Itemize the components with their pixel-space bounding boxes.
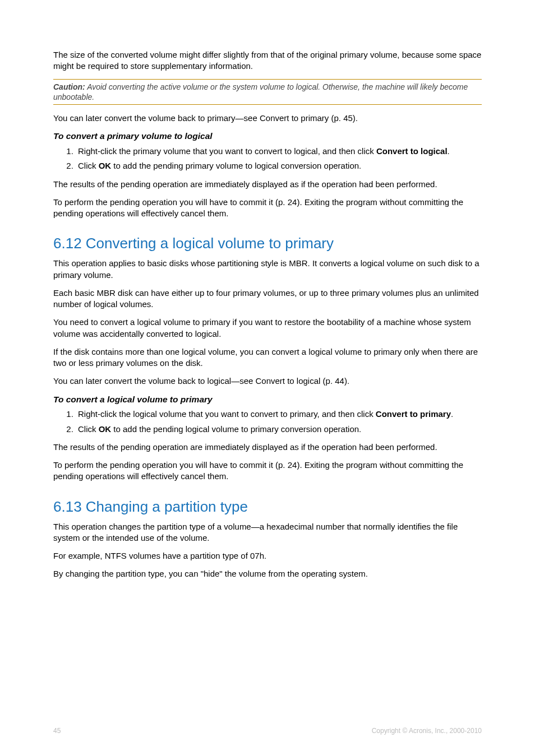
p-613-1: This operation changes the partition typ… <box>53 521 482 544</box>
steps-612: Right-click the logical volume that you … <box>53 409 482 435</box>
page-footer: 45 Copyright © Acronis, Inc., 2000-2010 <box>53 727 482 735</box>
p-612-5: You can later convert the volume back to… <box>53 375 482 387</box>
step-text: Right-click the primary volume that you … <box>78 146 376 156</box>
intro-paragraph: The size of the converted volume might d… <box>53 49 482 72</box>
step-text-post: . <box>451 409 453 419</box>
step-bold: OK <box>99 424 112 434</box>
p-613-3: By changing the partition type, you can … <box>53 568 482 579</box>
after-caution-paragraph: You can later convert the volume back to… <box>53 113 482 124</box>
p-612-3: You need to convert a logical volume to … <box>53 317 482 340</box>
step-text-post: to add the pending primary volume to log… <box>111 161 361 170</box>
list-item: Right-click the logical volume that you … <box>76 409 482 420</box>
results-paragraph-a: The results of the pending operation are… <box>53 179 482 190</box>
commit-paragraph-612: To perform the pending operation you wil… <box>53 460 482 483</box>
caution-text: Caution: Avoid converting the active vol… <box>53 82 482 102</box>
p-612-1: This operation applies to basic disks wh… <box>53 258 482 281</box>
caution-box: Caution: Avoid converting the active vol… <box>53 79 482 105</box>
results-paragraph-612: The results of the pending operation are… <box>53 442 482 453</box>
step-text: Click <box>78 161 99 170</box>
step-text-post: . <box>448 146 450 156</box>
p-613-2: For example, NTFS volumes have a partiti… <box>53 550 482 562</box>
list-item: Click OK to add the pending primary volu… <box>76 160 482 171</box>
step-bold: OK <box>99 161 112 170</box>
subhead-convert-logical-to-primary: To convert a logical volume to primary <box>53 394 482 406</box>
subhead-convert-primary-to-logical: To convert a primary volume to logical <box>53 131 482 142</box>
section-title-613: 6.13 Changing a partition type <box>53 498 482 516</box>
step-text-post: to add the pending logical volume to pri… <box>111 424 361 434</box>
step-text: Click <box>78 424 99 434</box>
caution-body: Avoid converting the active volume or th… <box>53 82 468 101</box>
commit-paragraph-a: To perform the pending operation you wil… <box>53 197 482 220</box>
p-612-2: Each basic MBR disk can have either up t… <box>53 287 482 310</box>
page: The size of the converted volume might d… <box>0 0 535 756</box>
p-612-4: If the disk contains more than one logic… <box>53 346 482 369</box>
step-bold: Convert to primary <box>376 409 451 419</box>
steps-a: Right-click the primary volume that you … <box>53 146 482 172</box>
copyright: Copyright © Acronis, Inc., 2000-2010 <box>372 727 482 735</box>
list-item: Click OK to add the pending logical volu… <box>76 424 482 435</box>
step-text: Right-click the logical volume that you … <box>78 409 376 419</box>
step-bold: Convert to logical <box>376 146 448 156</box>
page-number: 45 <box>53 727 61 735</box>
caution-label: Caution: <box>53 82 85 91</box>
list-item: Right-click the primary volume that you … <box>76 146 482 157</box>
section-title-612: 6.12 Converting a logical volume to prim… <box>53 235 482 252</box>
